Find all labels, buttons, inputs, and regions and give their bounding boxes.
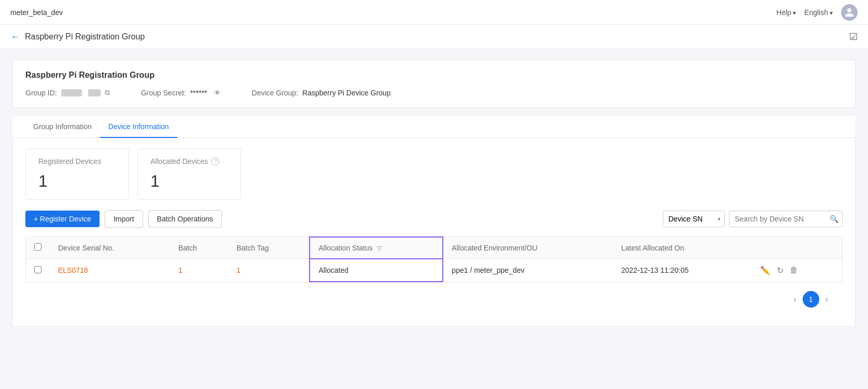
search-wrapper: 🔍 — [729, 211, 843, 227]
top-navigation: meter_beta_dev Help English — [0, 0, 868, 25]
next-page-button[interactable]: › — [823, 293, 830, 306]
user-avatar[interactable] — [841, 4, 858, 21]
th-serial: Device Serial No. — [50, 237, 170, 259]
register-device-button[interactable]: + Register Device — [25, 211, 100, 227]
td-latest-allocated: 2022-12-13 11:20:05 — [613, 259, 752, 282]
tab-group-information[interactable]: Group Information — [25, 116, 100, 138]
td-batch-tag: 1 — [228, 259, 310, 282]
group-card-title: Raspberry Pi Registration Group — [25, 71, 843, 80]
registered-devices-card: Registered Devices 1 — [25, 148, 129, 200]
action-icons: ✏️ ↻ 🗑 — [760, 266, 834, 275]
th-latest-allocated: Latest Allocated On — [613, 237, 752, 259]
device-serial-link[interactable]: ELS0718 — [58, 266, 88, 274]
copy-icon[interactable]: ⧉ — [105, 88, 110, 97]
search-type-select[interactable]: Device SN — [663, 211, 725, 227]
td-allocation-status: Allocated — [310, 259, 443, 282]
toolbar-right: Device SN ▾ 🔍 — [663, 211, 843, 227]
task-icon[interactable]: ☑ — [849, 32, 858, 42]
device-group-label: Device Group: — [252, 89, 298, 97]
device-info-panel: Registered Devices 1 Allocated Devices ?… — [12, 138, 856, 327]
allocated-devices-help-icon[interactable]: ? — [211, 157, 219, 165]
group-id-field: Group ID: ⧉ — [25, 88, 110, 97]
app-title: meter_beta_dev — [10, 8, 63, 17]
top-nav-right: Help English — [776, 4, 858, 21]
th-actions — [752, 237, 842, 259]
td-checkbox — [26, 259, 50, 282]
table-row: ELS0718 1 1 Allocated ppe1 / meter_ppe_d — [26, 259, 842, 282]
group-id-label: Group ID: — [25, 89, 57, 97]
th-batch: Batch — [170, 237, 228, 259]
stats-row: Registered Devices 1 Allocated Devices ?… — [25, 148, 843, 200]
table-header-row: Device Serial No. Batch Batch Tag Alloca… — [26, 237, 842, 259]
latest-allocated-value: 2022-12-13 11:20:05 — [621, 266, 689, 274]
breadcrumb-title: Raspberry Pi Registration Group — [25, 32, 145, 41]
device-group-value: Raspberry Pi Device Group — [302, 89, 390, 97]
registered-devices-label: Registered Devices — [38, 157, 116, 165]
th-checkbox — [26, 237, 50, 259]
edit-icon[interactable]: ✏️ — [760, 266, 771, 275]
language-chevron-icon — [830, 8, 833, 17]
search-icon[interactable]: 🔍 — [830, 215, 838, 223]
th-batch-tag: Batch Tag — [228, 237, 310, 259]
device-table: Device Serial No. Batch Batch Tag Alloca… — [25, 236, 843, 283]
row-checkbox[interactable] — [34, 266, 41, 273]
registered-devices-value: 1 — [38, 172, 116, 191]
group-secret-field: Group Secret: ****** 👁 — [141, 89, 221, 97]
main-content: Raspberry Pi Registration Group Group ID… — [0, 49, 868, 337]
page-1-button[interactable]: 1 — [803, 291, 819, 308]
batch-operations-button[interactable]: Batch Operations — [148, 210, 222, 228]
select-all-checkbox[interactable] — [34, 243, 41, 251]
th-allocation-status: Allocation Status ▽ — [310, 237, 443, 259]
avatar-icon — [844, 7, 855, 18]
group-secret-label: Group Secret: — [141, 89, 186, 97]
allocated-devices-label: Allocated Devices ? — [150, 157, 228, 165]
td-actions: ✏️ ↻ 🗑 — [752, 259, 842, 282]
device-group-field: Device Group: Raspberry Pi Device Group — [252, 89, 391, 97]
prev-page-button[interactable]: ‹ — [791, 293, 798, 306]
language-button[interactable]: English — [804, 8, 833, 17]
breadcrumb-right: ☑ — [849, 31, 858, 43]
group-id-value-blur1 — [61, 89, 82, 96]
breadcrumb-bar: ← Raspberry Pi Registration Group ☑ — [0, 25, 868, 49]
group-secret-value: ****** — [190, 89, 207, 97]
allocated-env-value: ppe1 / meter_ppe_dev — [452, 266, 524, 274]
import-button[interactable]: Import — [105, 210, 143, 228]
group-info-card: Raspberry Pi Registration Group Group ID… — [12, 60, 856, 108]
search-input[interactable] — [729, 211, 843, 227]
td-allocated-env: ppe1 / meter_ppe_dev — [443, 259, 613, 282]
tab-device-information[interactable]: Device Information — [100, 116, 177, 138]
batch-link[interactable]: 1 — [178, 266, 183, 274]
allocation-status-value: Allocated — [318, 266, 348, 274]
eye-icon[interactable]: 👁 — [214, 89, 221, 97]
allocated-devices-card: Allocated Devices ? 1 — [137, 148, 241, 200]
help-button[interactable]: Help — [776, 8, 796, 17]
group-id-value-blur2 — [88, 89, 101, 96]
allocated-devices-value: 1 — [150, 172, 228, 191]
pagination: ‹ 1 › — [25, 283, 843, 316]
toolbar: + Register Device Import Batch Operation… — [25, 210, 843, 228]
allocation-filter-icon[interactable]: ▽ — [377, 245, 382, 252]
delete-icon[interactable]: 🗑 — [790, 266, 798, 275]
search-type-select-wrapper: Device SN ▾ — [663, 211, 725, 227]
help-chevron-icon — [793, 8, 796, 17]
refresh-icon[interactable]: ↻ — [777, 266, 783, 275]
th-allocated-env: Allocated Environment/OU — [443, 237, 613, 259]
tabs-container: Group Information Device Information — [12, 116, 856, 138]
back-button[interactable]: ← — [10, 32, 20, 43]
batch-tag-link[interactable]: 1 — [236, 266, 241, 274]
td-batch: 1 — [170, 259, 228, 282]
td-serial: ELS0718 — [50, 259, 170, 282]
group-card-fields: Group ID: ⧉ Group Secret: ****** 👁 Devic… — [25, 88, 843, 97]
device-table-inner: Device Serial No. Batch Batch Tag Alloca… — [26, 237, 842, 282]
